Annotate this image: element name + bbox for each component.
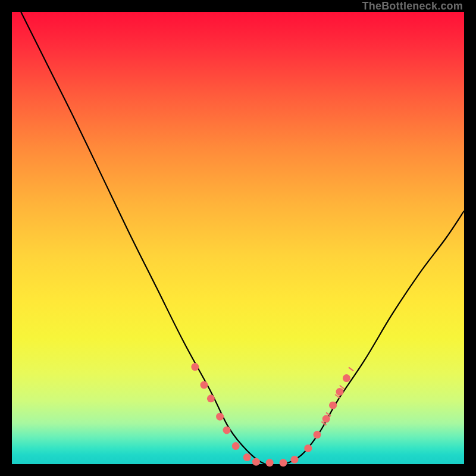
watermark-text: TheBottleneck.com [362,0,463,12]
curve-marker [201,381,208,389]
curve-marker [243,453,251,461]
chart-svg [12,12,464,464]
curve-marker [266,459,274,466]
curve-marker [252,458,260,466]
plot-area [12,12,464,464]
curve-marker [232,442,240,450]
curve-marker [343,374,350,382]
curve-marker [207,394,215,402]
curve-marker [304,444,312,452]
curve-marker [329,402,337,409]
curve-marker [191,363,199,371]
bottleneck-curve [21,12,464,466]
curve-marker [336,388,344,396]
chart-frame: TheBottleneck.com [0,0,476,476]
curve-marker [314,431,321,439]
curve-marker [216,413,224,421]
curve-marker [322,415,330,423]
curve-markers [191,363,350,466]
curve-marker [280,459,287,466]
curve-marker [291,456,299,464]
curve-marker [223,427,231,434]
hash-mark [349,367,353,371]
